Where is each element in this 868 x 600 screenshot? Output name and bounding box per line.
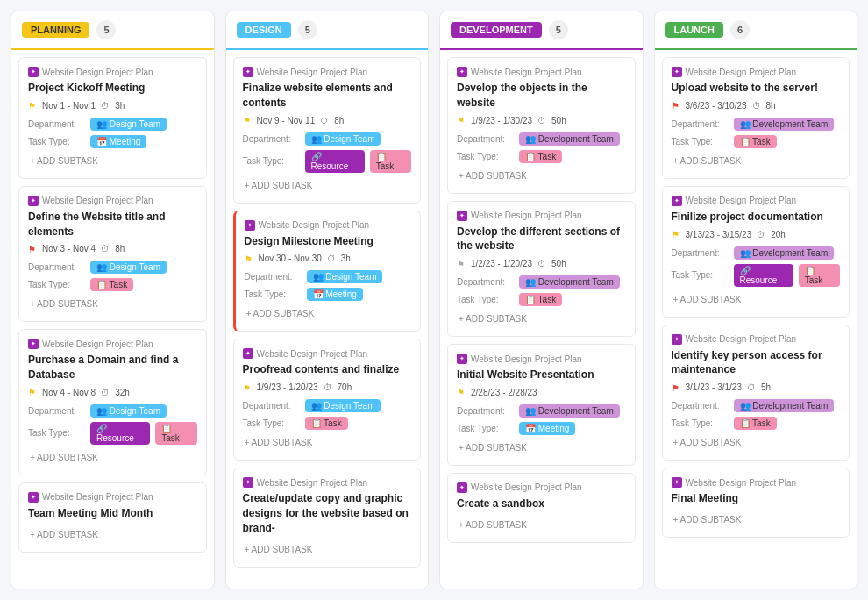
- department-tag[interactable]: 👥 Design Team: [305, 132, 381, 146]
- department-tag[interactable]: 👥 Development Team: [519, 275, 620, 289]
- card[interactable]: ✦Website Design Project PlanProofread co…: [233, 339, 422, 461]
- task-type-tag[interactable]: 📋 Task: [734, 417, 777, 430]
- card-title: Final Meeting: [672, 491, 841, 506]
- add-subtask-button[interactable]: + ADD SUBTASK: [243, 434, 412, 451]
- department-tag[interactable]: 👥 Development Team: [734, 118, 835, 131]
- status-badge-launch: LAUNCH: [665, 22, 723, 38]
- date-range: 3/1/23 - 3/1/23: [686, 382, 743, 392]
- card[interactable]: ✦Website Design Project PlanDesign Miles…: [233, 211, 422, 332]
- add-subtask-button[interactable]: + ADD SUBTASK: [28, 296, 197, 312]
- project-icon: ✦: [28, 67, 39, 77]
- task-type-field: Task Type:📋 Task: [28, 278, 197, 291]
- department-field: Department:👥 Development Team: [672, 246, 841, 260]
- task-type-label: Task Type:: [672, 137, 729, 146]
- card[interactable]: ✦Website Design Project PlanFinilize pro…: [662, 186, 850, 318]
- task-type-tag[interactable]: 📋 Task: [90, 278, 133, 291]
- project-icon: ✦: [672, 196, 682, 206]
- add-subtask-button[interactable]: + ADD SUBTASK: [243, 541, 412, 558]
- task-type-tag[interactable]: 🔗 Resource: [90, 422, 150, 445]
- card[interactable]: ✦Website Design Project PlanPurchase a D…: [18, 329, 207, 475]
- task-type-tag[interactable]: 📋 Task: [734, 135, 777, 148]
- date-range: 1/9/23 - 1/30/23: [471, 116, 532, 125]
- department-tag[interactable]: 👥 Development Team: [519, 132, 620, 146]
- card-dates: ⚑3/13/23 - 3/15/23⏱20h: [672, 230, 841, 239]
- card[interactable]: ✦Website Design Project PlanProject Kick…: [18, 57, 207, 179]
- department-tag[interactable]: 👥 Design Team: [90, 261, 167, 274]
- card[interactable]: ✦Website Design Project PlanCreate a san…: [447, 473, 636, 543]
- count-badge-design: 5: [298, 20, 317, 39]
- card[interactable]: ✦Website Design Project PlanTeam Meeting…: [18, 482, 207, 553]
- project-name: Website Design Project Plan: [257, 68, 368, 77]
- department-label: Department:: [28, 406, 85, 416]
- department-tag[interactable]: 👥 Development Team: [519, 404, 620, 418]
- card-project-label: ✦Website Design Project Plan: [457, 67, 626, 77]
- card-dates: ⚑1/9/23 - 1/20/23⏱70h: [243, 382, 412, 392]
- card[interactable]: ✦Website Design Project PlanDevelop the …: [447, 57, 636, 194]
- add-subtask-button[interactable]: + ADD SUBTASK: [28, 449, 197, 466]
- add-subtask-button[interactable]: + ADD SUBTASK: [672, 291, 841, 308]
- project-icon: ✦: [457, 354, 467, 364]
- date-range: Nov 1 - Nov 1: [42, 101, 96, 111]
- card-project-label: ✦Website Design Project Plan: [243, 67, 412, 77]
- add-subtask-button[interactable]: + ADD SUBTASK: [672, 153, 841, 169]
- project-icon: ✦: [243, 348, 253, 359]
- project-name: Website Design Project Plan: [42, 339, 153, 349]
- department-tag[interactable]: 👥 Development Team: [734, 246, 835, 260]
- flag-icon: ⚑: [672, 383, 680, 392]
- card[interactable]: ✦Website Design Project PlanDevelop the …: [447, 201, 636, 338]
- task-type-tag[interactable]: 📅 Meeting: [307, 288, 363, 301]
- department-tag[interactable]: 👥 Design Team: [90, 118, 167, 131]
- department-tag[interactable]: 👥 Development Team: [734, 399, 835, 412]
- card[interactable]: ✦Website Design Project PlanUpload websi…: [662, 57, 850, 179]
- clock-icon: ⏱: [747, 382, 756, 392]
- task-type-tag[interactable]: 🔗 Resource: [734, 264, 793, 287]
- task-type-tag[interactable]: 📅 Meeting: [519, 422, 575, 435]
- project-icon: ✦: [28, 492, 39, 503]
- add-subtask-button[interactable]: + ADD SUBTASK: [245, 305, 412, 322]
- task-type-label: Task Type:: [28, 428, 85, 438]
- task-type-tag[interactable]: 📋 Task: [155, 422, 196, 445]
- clock-icon: ⏱: [101, 388, 110, 397]
- card-project-label: ✦Website Design Project Plan: [457, 211, 626, 221]
- card[interactable]: ✦Website Design Project PlanFinal Meetin…: [662, 468, 850, 538]
- add-subtask-button[interactable]: + ADD SUBTASK: [457, 311, 626, 327]
- add-subtask-button[interactable]: + ADD SUBTASK: [672, 434, 841, 451]
- card[interactable]: ✦Website Design Project PlanIdentify key…: [662, 325, 850, 461]
- department-label: Department:: [457, 134, 514, 144]
- add-subtask-button[interactable]: + ADD SUBTASK: [243, 177, 412, 194]
- hours: 8h: [115, 244, 125, 254]
- add-subtask-button[interactable]: + ADD SUBTASK: [457, 168, 626, 184]
- add-subtask-button[interactable]: + ADD SUBTASK: [457, 439, 626, 456]
- task-type-field: Task Type:📋 Task: [457, 293, 626, 306]
- department-field: Department:👥 Design Team: [245, 270, 412, 283]
- department-label: Department:: [28, 262, 85, 272]
- add-subtask-button[interactable]: + ADD SUBTASK: [28, 153, 197, 169]
- task-type-tag[interactable]: 📋 Task: [799, 264, 840, 287]
- task-type-tag[interactable]: 📋 Task: [370, 150, 411, 173]
- department-tag[interactable]: 👥 Design Team: [307, 270, 383, 283]
- date-range: 2/28/23 - 2/28/23: [471, 388, 537, 397]
- card-title: Identify key person access for maintenan…: [672, 348, 841, 378]
- project-name: Website Design Project Plan: [42, 68, 153, 77]
- project-icon: ✦: [457, 67, 467, 77]
- date-range: 3/13/23 - 3/15/23: [686, 230, 752, 239]
- department-tag[interactable]: 👥 Design Team: [90, 404, 167, 418]
- task-type-tag[interactable]: 🔗 Resource: [305, 150, 365, 173]
- add-subtask-button[interactable]: + ADD SUBTASK: [672, 511, 841, 528]
- task-type-tag[interactable]: 📋 Task: [519, 293, 562, 306]
- department-label: Department:: [672, 401, 729, 411]
- card-project-label: ✦Website Design Project Plan: [28, 339, 197, 349]
- project-icon: ✦: [28, 339, 39, 349]
- card[interactable]: ✦Website Design Project PlanInitial Webs…: [447, 344, 636, 466]
- department-tag[interactable]: 👥 Design Team: [305, 399, 381, 412]
- task-type-tag[interactable]: 📅 Meeting: [90, 135, 146, 148]
- task-type-tag[interactable]: 📋 Task: [519, 150, 562, 163]
- card[interactable]: ✦Website Design Project PlanCreate/updat…: [233, 468, 422, 567]
- card[interactable]: ✦Website Design Project PlanDefine the W…: [18, 186, 207, 323]
- task-type-tag[interactable]: 📋 Task: [305, 417, 348, 430]
- project-icon: ✦: [672, 477, 682, 488]
- add-subtask-button[interactable]: + ADD SUBTASK: [457, 517, 626, 533]
- count-badge-development: 5: [549, 20, 568, 39]
- add-subtask-button[interactable]: + ADD SUBTASK: [28, 526, 197, 543]
- card[interactable]: ✦Website Design Project PlanFinalize web…: [233, 57, 422, 204]
